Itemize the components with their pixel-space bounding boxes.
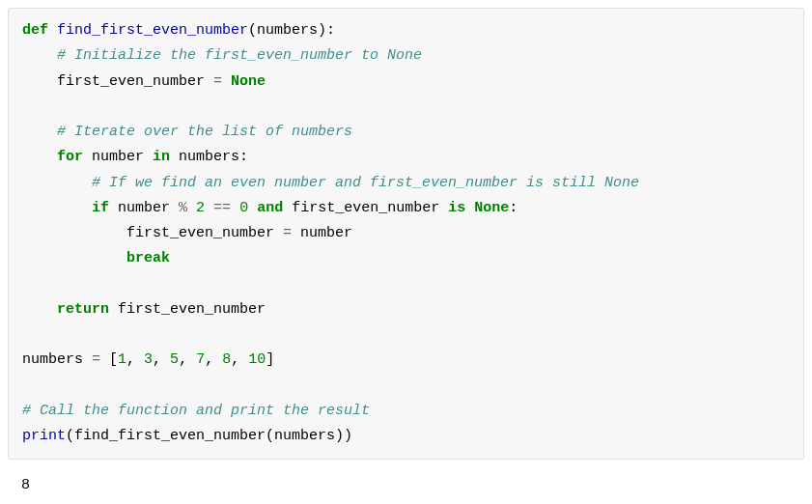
indent — [22, 124, 57, 140]
paren-close: ): — [318, 22, 335, 39]
variable: first_even_number — [126, 225, 283, 241]
comma: , — [179, 351, 196, 368]
number: 3 — [144, 351, 153, 368]
comma: , — [153, 351, 170, 368]
paren-open: ( — [66, 428, 74, 444]
variable: numbers — [22, 351, 92, 368]
code-text: number — [109, 200, 179, 216]
space — [231, 200, 239, 216]
keyword-for: for — [57, 149, 83, 165]
argument: numbers — [274, 428, 335, 444]
number: 2 — [196, 200, 205, 216]
space — [48, 22, 57, 39]
number: 5 — [170, 351, 179, 368]
literal-none: None — [474, 200, 509, 216]
indent — [22, 200, 92, 216]
indent — [22, 149, 57, 165]
output-value: 8 — [21, 477, 30, 493]
space — [222, 73, 231, 90]
operator-assign: = — [283, 225, 292, 241]
literal-none: None — [231, 73, 266, 90]
parameter: numbers — [257, 22, 318, 39]
code-block: def find_first_even_number(numbers): # I… — [8, 8, 804, 460]
colon: : — [509, 200, 518, 216]
operator-mod: % — [179, 200, 187, 216]
space — [465, 200, 474, 216]
function-print: print — [22, 428, 66, 444]
keyword-and: and — [257, 200, 283, 216]
comment: # Call the function and print the result — [22, 403, 370, 419]
keyword-in: in — [153, 149, 170, 165]
indent — [22, 301, 57, 318]
output-block: 8 — [8, 467, 804, 504]
function-call: find_first_even_number — [74, 428, 266, 444]
space — [187, 200, 196, 216]
function-name: find_first_even_number — [57, 22, 248, 39]
variable: first_even_number — [57, 73, 213, 90]
space — [205, 200, 213, 216]
comma: , — [126, 351, 144, 368]
number: 1 — [118, 351, 126, 368]
number: 7 — [196, 351, 205, 368]
keyword-def: def — [22, 22, 48, 39]
paren-close: )) — [335, 428, 352, 444]
operator-assign: = — [92, 351, 100, 368]
paren-open: ( — [266, 428, 274, 444]
indent — [22, 250, 126, 266]
bracket-open: [ — [100, 351, 118, 368]
comma: , — [205, 351, 222, 368]
comment: # If we find an even number and first_ev… — [92, 175, 639, 191]
comment: # Iterate over the list of numbers — [57, 124, 352, 140]
keyword-return: return — [57, 301, 109, 318]
comma: , — [231, 351, 248, 368]
operator-eq: == — [213, 200, 231, 216]
indent — [22, 175, 92, 191]
code-text: number — [292, 225, 352, 241]
keyword-is: is — [448, 200, 465, 216]
variable: number — [83, 149, 153, 165]
indent — [22, 47, 57, 64]
comment: # Initialize the first_even_number to No… — [57, 47, 422, 64]
operator-assign: = — [213, 73, 222, 90]
keyword-break: break — [126, 250, 170, 266]
indent — [22, 225, 126, 241]
bracket-close: ] — [266, 351, 274, 368]
keyword-if: if — [92, 200, 109, 216]
number: 10 — [248, 351, 266, 368]
variable: numbers: — [170, 149, 248, 165]
code-text: first_even_number — [283, 200, 448, 216]
paren-open: ( — [248, 22, 257, 39]
code-text: first_even_number — [109, 301, 266, 318]
number: 0 — [239, 200, 248, 216]
indent — [22, 73, 57, 90]
space — [248, 200, 257, 216]
number: 8 — [222, 351, 231, 368]
